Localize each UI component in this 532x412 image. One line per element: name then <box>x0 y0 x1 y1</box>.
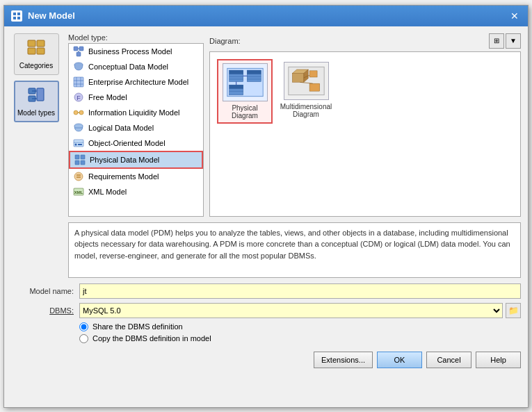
svg-text:XML: XML <box>74 190 83 195</box>
radio-copy-label: Copy the DBMS definition in model <box>92 334 211 343</box>
model-item-ilm[interactable]: Information Liquidity Model <box>69 105 203 120</box>
radio-share-label: Share the DBMS definition <box>92 322 183 331</box>
extensions-button[interactable]: Extensions... <box>314 352 373 368</box>
dialog-icon <box>11 10 22 22</box>
dbms-label: DBMS: <box>11 306 74 315</box>
model-types-label: Model types <box>17 109 55 117</box>
model-item-ldm[interactable]: Logical Data Model <box>69 120 203 135</box>
list-view-btn[interactable]: ▼ <box>506 33 521 49</box>
svg-point-28 <box>74 110 78 115</box>
categories-nav-btn[interactable]: Categories <box>14 33 59 75</box>
form-section: Model name: DBMS: MySQL 5.0 MySQL 8.0 Or… <box>11 283 521 343</box>
close-button[interactable]: ✕ <box>508 10 521 22</box>
description-box: A physical data model (PDM) helps you to… <box>68 222 521 278</box>
diagram-grid[interactable]: Physical Diagram <box>209 51 521 217</box>
model-item-ldm-label: Logical Data Model <box>88 124 154 132</box>
model-types-icon <box>26 86 46 106</box>
svg-rect-1 <box>17 13 20 15</box>
radio-copy[interactable] <box>79 334 88 343</box>
svg-rect-5 <box>37 40 45 47</box>
dbms-folder-btn[interactable]: 📁 <box>506 303 521 318</box>
svg-rect-38 <box>81 155 85 159</box>
model-item-free-label: Free Model <box>88 93 127 101</box>
dbms-select-row: MySQL 5.0 MySQL 8.0 Oracle 12c SQL Serve… <box>79 303 521 318</box>
svg-rect-3 <box>17 17 20 19</box>
model-types-nav-btn[interactable]: Model types <box>14 81 59 122</box>
categories-icon <box>26 39 46 59</box>
ok-button[interactable]: OK <box>377 352 422 368</box>
svg-rect-36 <box>78 144 82 145</box>
svg-rect-16 <box>79 47 83 51</box>
physical-diagram-label: Physical Diagram <box>221 104 268 120</box>
svg-rect-17 <box>76 52 81 56</box>
diagram-item-physical[interactable]: Physical Diagram <box>217 59 273 124</box>
svg-rect-67 <box>309 70 317 76</box>
model-item-bpm[interactable]: Business Process Model <box>69 44 203 59</box>
multidim-diagram-label: Multidimensional Diagram <box>280 103 332 118</box>
bottom-buttons: Extensions... OK Cancel Help <box>11 349 521 368</box>
new-model-dialog: New Model ✕ Categories <box>3 5 529 408</box>
multidim-diagram-thumb <box>284 62 329 100</box>
categories-label: Categories <box>19 62 53 69</box>
model-item-cdm[interactable]: Conceptual Data Model <box>69 59 203 74</box>
diagram-panel: Diagram: ⊞ ▼ <box>209 33 521 217</box>
top-section: Categories Model ty <box>11 33 521 278</box>
content-area: Model type: Business Process Model Conce… <box>68 33 521 217</box>
svg-rect-2 <box>13 17 16 19</box>
model-item-bpm-label: Business Process Model <box>88 47 172 56</box>
cancel-button[interactable]: Cancel <box>426 352 471 368</box>
svg-rect-0 <box>13 13 16 15</box>
model-item-req-label: Requirements Model <box>88 172 159 181</box>
physical-diagram-thumb <box>223 63 268 101</box>
model-type-label: Model type: <box>68 33 204 42</box>
model-item-pdm-label: Physical Data Model <box>90 156 159 164</box>
svg-rect-37 <box>75 155 79 159</box>
dbms-row: DBMS: MySQL 5.0 MySQL 8.0 Oracle 12c SQL… <box>11 303 521 318</box>
svg-rect-58 <box>229 85 243 89</box>
left-nav-panel: Categories Model ty <box>11 33 61 278</box>
model-item-ilm-label: Information Liquidity Model <box>88 108 179 117</box>
svg-point-41 <box>74 172 83 181</box>
svg-rect-68 <box>309 83 320 91</box>
model-item-eam-label: Enterprise Architecture Model <box>88 78 188 86</box>
model-name-row: Model name: <box>11 283 521 299</box>
svg-rect-64 <box>292 73 304 82</box>
model-name-input[interactable] <box>79 283 521 299</box>
model-item-cdm-label: Conceptual Data Model <box>88 63 168 71</box>
dialog-body: Categories Model ty <box>4 26 528 407</box>
model-item-xml[interactable]: XML XML Model <box>69 184 203 199</box>
radio-group: Share the DBMS definition Copy the DBMS … <box>79 322 521 343</box>
view-toggle: ⊞ ▼ <box>489 33 521 49</box>
svg-rect-53 <box>247 70 261 74</box>
svg-rect-4 <box>28 40 35 47</box>
dialog-title: New Model <box>28 10 75 21</box>
svg-rect-40 <box>81 160 85 165</box>
svg-point-35 <box>75 143 77 145</box>
dbms-select[interactable]: MySQL 5.0 MySQL 8.0 Oracle 12c SQL Serve… <box>79 303 503 318</box>
radio-share[interactable] <box>79 322 88 331</box>
help-button[interactable]: Help <box>476 352 521 368</box>
svg-text:F: F <box>76 94 81 101</box>
model-item-oom[interactable]: Object-Oriented Model <box>69 135 203 151</box>
model-item-free[interactable]: F Free Model <box>69 90 203 105</box>
svg-rect-7 <box>37 48 45 54</box>
svg-rect-21 <box>74 77 83 87</box>
radio-share-row: Share the DBMS definition <box>79 322 521 331</box>
grid-view-btn[interactable]: ⊞ <box>489 33 504 49</box>
svg-rect-48 <box>229 70 243 74</box>
diagram-section-label: Diagram: <box>209 37 241 45</box>
model-item-req[interactable]: Requirements Model <box>69 169 203 184</box>
svg-rect-12 <box>37 88 44 101</box>
svg-point-29 <box>79 110 83 115</box>
model-list-container: Model type: Business Process Model Conce… <box>68 33 204 217</box>
title-bar: New Model ✕ <box>4 6 528 26</box>
main-section: Model type: Business Process Model Conce… <box>68 33 521 278</box>
model-item-pdm[interactable]: Physical Data Model <box>69 151 203 169</box>
model-list[interactable]: Business Process Model Conceptual Data M… <box>68 43 204 217</box>
radio-copy-row: Copy the DBMS definition in model <box>79 334 521 343</box>
model-name-label: Model name: <box>11 287 74 295</box>
model-item-xml-label: XML Model <box>88 188 127 196</box>
diagram-item-multidim[interactable]: Multidimensional Diagram <box>278 59 334 124</box>
svg-rect-33 <box>74 140 83 147</box>
model-item-eam[interactable]: Enterprise Architecture Model <box>69 74 203 90</box>
